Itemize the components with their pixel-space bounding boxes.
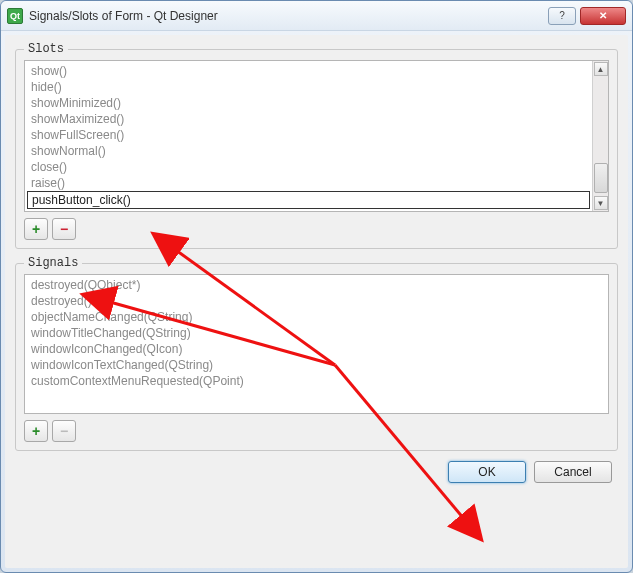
cancel-button[interactable]: Cancel <box>534 461 612 483</box>
list-item[interactable]: windowIconTextChanged(QString) <box>27 357 608 373</box>
scroll-down-icon[interactable]: ▼ <box>594 196 608 210</box>
signals-buttons: + − <box>24 420 609 442</box>
slot-name-input[interactable] <box>27 191 590 209</box>
window-title: Signals/Slots of Form - Qt Designer <box>29 9 544 23</box>
list-item[interactable]: destroyed() <box>27 293 608 309</box>
slots-label: Slots <box>24 42 68 56</box>
list-item[interactable]: destroyed(QObject*) <box>27 277 608 293</box>
list-item[interactable]: showNormal() <box>27 143 608 159</box>
list-item[interactable]: show() <box>27 63 608 79</box>
signals-listbox[interactable]: destroyed(QObject*) destroyed() objectNa… <box>24 274 609 414</box>
close-button[interactable]: ✕ <box>580 7 626 25</box>
slots-scrollbar[interactable]: ▲ ▼ <box>592 61 608 211</box>
scroll-thumb[interactable] <box>594 163 608 193</box>
slots-buttons: + − <box>24 218 609 240</box>
window-controls: ? ✕ <box>544 7 626 25</box>
list-item[interactable]: customContextMenuRequested(QPoint) <box>27 373 608 389</box>
list-item[interactable]: showMinimized() <box>27 95 608 111</box>
scroll-up-icon[interactable]: ▲ <box>594 62 608 76</box>
remove-slot-button[interactable]: − <box>52 218 76 240</box>
add-slot-button[interactable]: + <box>24 218 48 240</box>
list-item[interactable]: windowTitleChanged(QString) <box>27 325 608 341</box>
help-button[interactable]: ? <box>548 7 576 25</box>
remove-signal-button[interactable]: − <box>52 420 76 442</box>
titlebar[interactable]: Qt Signals/Slots of Form - Qt Designer ?… <box>1 1 632 31</box>
slot-edit-row <box>27 191 590 209</box>
slots-listbox[interactable]: show() hide() showMinimized() showMaximi… <box>24 60 609 212</box>
plus-icon: + <box>32 221 40 237</box>
list-item[interactable]: hide() <box>27 79 608 95</box>
list-item[interactable]: showFullScreen() <box>27 127 608 143</box>
dialog-window: Qt Signals/Slots of Form - Qt Designer ?… <box>0 0 633 573</box>
list-item[interactable]: close() <box>27 159 608 175</box>
minus-icon: − <box>60 423 68 439</box>
app-icon: Qt <box>7 8 23 24</box>
signals-label: Signals <box>24 256 82 270</box>
plus-icon: + <box>32 423 40 439</box>
list-item[interactable]: windowIconChanged(QIcon) <box>27 341 608 357</box>
ok-button[interactable]: OK <box>448 461 526 483</box>
list-item[interactable]: raise() <box>27 175 608 191</box>
list-item[interactable]: objectNameChanged(QString) <box>27 309 608 325</box>
minus-icon: − <box>60 221 68 237</box>
signals-group: Signals destroyed(QObject*) destroyed() … <box>15 263 618 451</box>
add-signal-button[interactable]: + <box>24 420 48 442</box>
list-item[interactable]: showMaximized() <box>27 111 608 127</box>
slots-group: Slots show() hide() showMinimized() show… <box>15 49 618 249</box>
dialog-buttons: OK Cancel <box>15 451 618 485</box>
client-area: Slots show() hide() showMinimized() show… <box>5 35 628 568</box>
